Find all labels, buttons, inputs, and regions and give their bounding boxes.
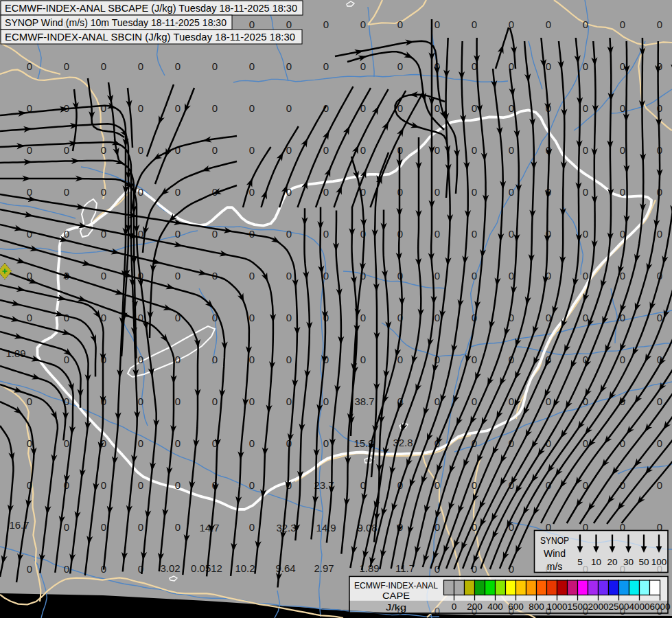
svg-text:0: 0 bbox=[101, 144, 106, 156]
svg-text:0: 0 bbox=[138, 521, 143, 533]
svg-text:0: 0 bbox=[286, 60, 292, 72]
svg-text:0: 0 bbox=[435, 228, 440, 240]
svg-text:0: 0 bbox=[138, 396, 143, 407]
svg-text:0: 0 bbox=[360, 354, 366, 365]
svg-text:0: 0 bbox=[249, 437, 255, 449]
svg-text:0: 0 bbox=[64, 521, 69, 533]
svg-text:ECMWF-INDEX-ANAL SBCIN (J/kg): ECMWF-INDEX-ANAL SBCIN (J/kg) Tuesday 18… bbox=[5, 32, 295, 43]
svg-text:0: 0 bbox=[657, 19, 662, 30]
svg-text:0: 0 bbox=[323, 270, 329, 282]
svg-text:0: 0 bbox=[64, 228, 69, 240]
svg-text:0: 0 bbox=[101, 60, 106, 72]
svg-text:4000: 4000 bbox=[629, 602, 649, 612]
svg-text:30: 30 bbox=[623, 557, 634, 567]
svg-text:0: 0 bbox=[472, 186, 477, 198]
svg-text:0: 0 bbox=[509, 270, 514, 282]
svg-text:0: 0 bbox=[64, 312, 69, 323]
svg-text:3.02: 3.02 bbox=[160, 562, 180, 574]
svg-text:0: 0 bbox=[620, 354, 625, 365]
svg-text:0: 0 bbox=[472, 479, 477, 491]
svg-text:0: 0 bbox=[249, 521, 255, 533]
svg-text:0: 0 bbox=[27, 228, 32, 240]
svg-text:0: 0 bbox=[509, 228, 514, 240]
svg-text:0: 0 bbox=[452, 602, 457, 612]
svg-text:0: 0 bbox=[323, 437, 329, 449]
svg-text:0: 0 bbox=[435, 19, 440, 30]
svg-text:0: 0 bbox=[472, 354, 477, 365]
svg-text:0: 0 bbox=[583, 186, 588, 198]
svg-text:0: 0 bbox=[435, 270, 440, 282]
svg-text:0: 0 bbox=[101, 102, 106, 114]
svg-text:0: 0 bbox=[546, 19, 551, 30]
svg-text:10: 10 bbox=[591, 557, 601, 567]
svg-text:6000: 6000 bbox=[649, 602, 670, 612]
svg-text:5: 5 bbox=[577, 557, 583, 567]
svg-text:0: 0 bbox=[472, 102, 477, 114]
svg-text:0: 0 bbox=[212, 102, 218, 114]
svg-text:0: 0 bbox=[249, 19, 255, 30]
svg-text:0: 0 bbox=[286, 354, 292, 365]
svg-text:0: 0 bbox=[101, 186, 106, 198]
svg-text:SYNOP Wind (m/s) 10m Tuesday 1: SYNOP Wind (m/s) 10m Tuesday 18-11-2025 … bbox=[5, 17, 227, 28]
svg-text:m/s: m/s bbox=[547, 561, 563, 572]
svg-text:0: 0 bbox=[360, 60, 366, 72]
svg-text:0: 0 bbox=[64, 60, 69, 72]
svg-text:0: 0 bbox=[175, 102, 181, 114]
svg-text:10.2: 10.2 bbox=[235, 562, 255, 574]
svg-text:0: 0 bbox=[175, 270, 181, 282]
svg-text:100: 100 bbox=[651, 557, 667, 567]
svg-text:0: 0 bbox=[657, 396, 662, 407]
svg-text:9.08: 9.08 bbox=[357, 522, 377, 534]
svg-text:0: 0 bbox=[323, 144, 329, 156]
svg-text:32.3: 32.3 bbox=[276, 522, 296, 534]
svg-text:20: 20 bbox=[607, 557, 617, 567]
svg-text:0: 0 bbox=[583, 270, 588, 282]
svg-text:0: 0 bbox=[583, 60, 588, 72]
svg-text:0: 0 bbox=[397, 60, 403, 72]
svg-text:0: 0 bbox=[64, 144, 69, 156]
svg-text:0: 0 bbox=[583, 228, 588, 240]
svg-text:0: 0 bbox=[138, 102, 143, 114]
svg-text:0: 0 bbox=[27, 563, 32, 575]
svg-text:38.7: 38.7 bbox=[354, 396, 374, 407]
svg-text:0: 0 bbox=[101, 270, 106, 282]
svg-text:0: 0 bbox=[509, 186, 514, 198]
svg-text:0: 0 bbox=[472, 144, 477, 156]
svg-text:0: 0 bbox=[175, 228, 181, 240]
svg-text:0: 0 bbox=[323, 19, 329, 30]
svg-text:1000: 1000 bbox=[546, 602, 567, 612]
svg-text:0: 0 bbox=[286, 396, 292, 407]
svg-text:14.7: 14.7 bbox=[199, 522, 219, 534]
svg-text:SYNOP: SYNOP bbox=[540, 535, 569, 546]
svg-text:0: 0 bbox=[509, 144, 514, 156]
svg-text:0: 0 bbox=[249, 144, 255, 156]
svg-text:CAPE: CAPE bbox=[382, 591, 410, 601]
svg-text:0: 0 bbox=[323, 228, 329, 240]
svg-text:800: 800 bbox=[529, 602, 544, 612]
svg-text:0: 0 bbox=[249, 102, 255, 114]
svg-text:0: 0 bbox=[64, 437, 69, 449]
svg-text:0: 0 bbox=[583, 19, 588, 30]
svg-text:0: 0 bbox=[435, 479, 440, 491]
svg-text:11.7: 11.7 bbox=[395, 562, 415, 574]
svg-text:0: 0 bbox=[27, 186, 32, 198]
svg-text:0: 0 bbox=[138, 479, 143, 491]
svg-text:0: 0 bbox=[323, 396, 329, 407]
svg-text:0: 0 bbox=[546, 60, 551, 72]
svg-text:0: 0 bbox=[620, 144, 625, 156]
svg-text:0: 0 bbox=[583, 312, 588, 323]
svg-text:0: 0 bbox=[657, 312, 662, 323]
svg-text:0: 0 bbox=[360, 19, 366, 30]
svg-text:0: 0 bbox=[212, 396, 218, 407]
svg-text:0: 0 bbox=[175, 396, 181, 407]
svg-text:0: 0 bbox=[286, 312, 292, 323]
svg-text:0: 0 bbox=[286, 102, 292, 114]
svg-text:2000: 2000 bbox=[588, 602, 608, 612]
svg-text:2500: 2500 bbox=[608, 602, 629, 612]
svg-text:J/kg: J/kg bbox=[386, 602, 406, 613]
svg-text:0: 0 bbox=[286, 19, 292, 30]
svg-text:0: 0 bbox=[64, 563, 69, 575]
svg-text:0: 0 bbox=[657, 228, 662, 240]
svg-text:0: 0 bbox=[286, 270, 292, 282]
svg-text:0: 0 bbox=[397, 19, 403, 30]
